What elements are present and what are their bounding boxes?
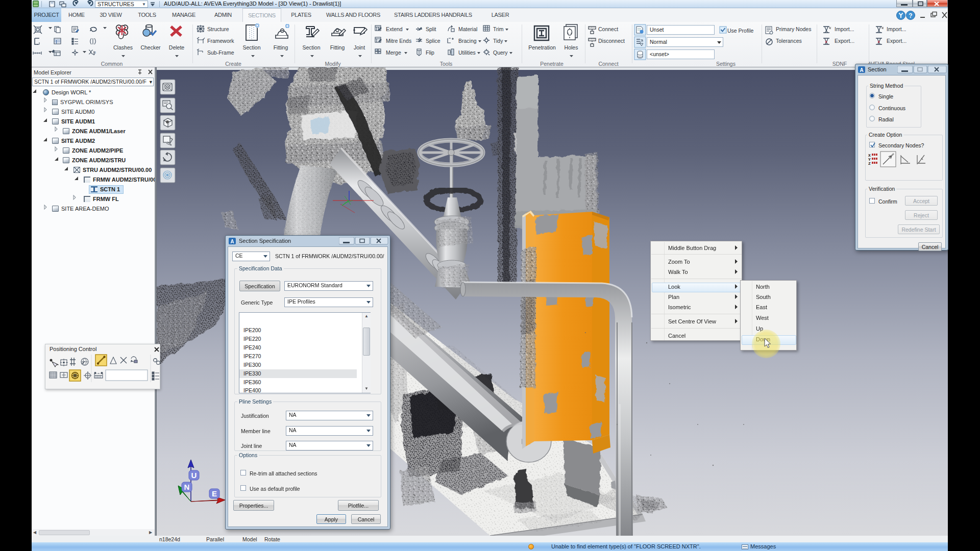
svg-text:Z: Z <box>868 161 871 166</box>
svg-text:N: N <box>184 483 190 491</box>
svg-text:A: A <box>860 67 863 73</box>
svg-text:A: A <box>230 239 234 244</box>
svg-text:E: E <box>212 489 217 498</box>
svg-text:?: ? <box>909 12 912 19</box>
svg-text:U: U <box>191 471 197 480</box>
